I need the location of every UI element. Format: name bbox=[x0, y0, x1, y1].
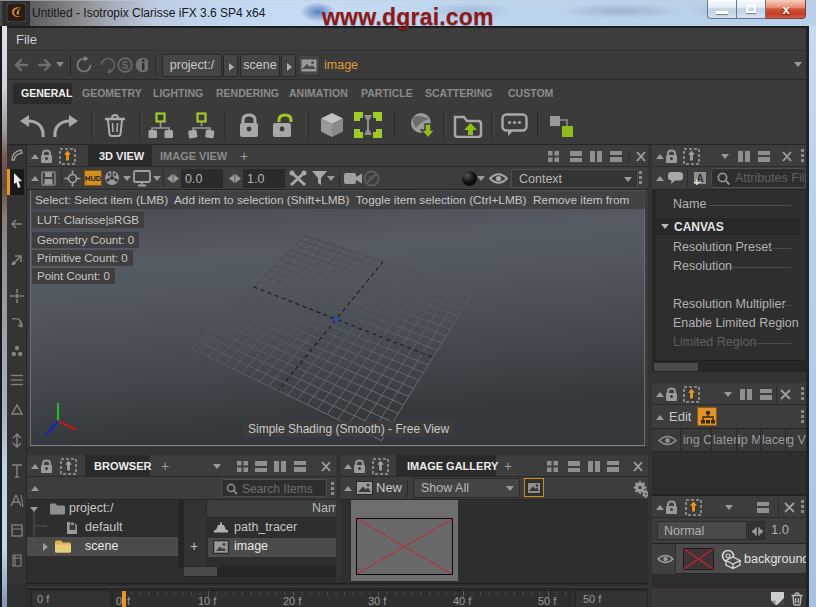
svg-text:S: S bbox=[122, 60, 129, 71]
svg-text:+: + bbox=[694, 176, 700, 186]
